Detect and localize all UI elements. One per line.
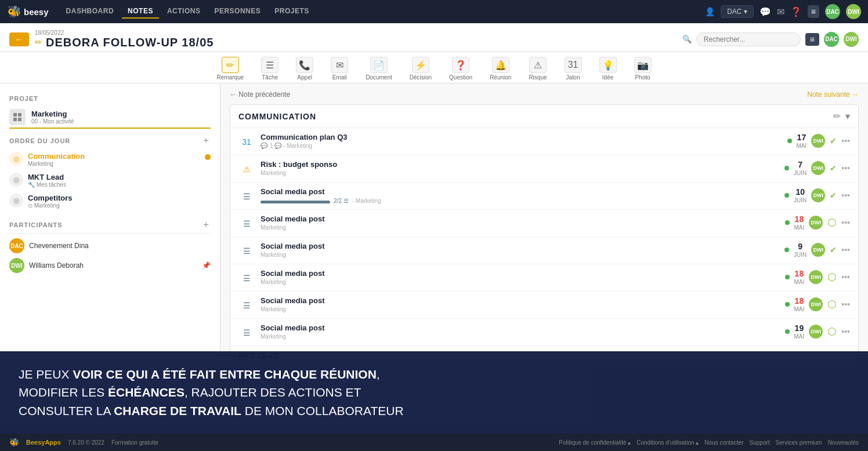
edit-section-icon[interactable]: ✏ — [833, 111, 841, 122]
date-month-0: MAI — [797, 143, 807, 150]
agenda-add-button[interactable]: ＋ — [201, 134, 211, 147]
tool-decision[interactable]: ⚡ Décision — [410, 57, 432, 81]
hex-icon-3[interactable]: ⬡ — [827, 216, 837, 229]
tool-appel[interactable]: 📞 Appel — [296, 57, 313, 81]
page-title: DEBORA FOLLOW-UP 18/05 — [46, 36, 214, 49]
more-icon-0[interactable]: ••• — [841, 136, 850, 146]
tool-risque[interactable]: ⚠ Risque — [529, 57, 547, 81]
agenda-name-communication: Communication — [28, 152, 200, 161]
hex-icon-5[interactable]: ⬡ — [827, 271, 837, 283]
more-icon-4[interactable]: ••• — [841, 245, 850, 254]
tool-photo[interactable]: 📷 Photo — [634, 57, 652, 81]
more-icon-1[interactable]: ••• — [841, 163, 850, 173]
item-meta-5: Marketing — [261, 279, 779, 285]
date-month-3: MAI — [794, 224, 805, 231]
check-icon-2[interactable]: ✔ — [830, 191, 837, 200]
item-title-4: Social media post — [261, 242, 779, 250]
remarque-icon: ✏ — [222, 57, 239, 73]
participant-dac: DAC Chevenement Dina — [9, 236, 211, 256]
note-item-5: ☰ Social media post Marketing 18 MAI DWI… — [230, 264, 858, 292]
date-month-1: JUIN — [794, 170, 806, 177]
more-icon-7[interactable]: ••• — [841, 327, 850, 336]
check-icon-4[interactable]: ✔ — [830, 245, 837, 254]
agenda-item-mkt-lead[interactable]: ◎ MKT Lead 🔧 Mes tâches — [9, 170, 211, 191]
reunion-label: Réunion — [490, 74, 511, 81]
prev-note-link[interactable]: ← Note précédente — [230, 90, 290, 99]
more-icon-6[interactable]: ••• — [841, 300, 850, 309]
participant-name-dwi: Williams Deborah — [29, 261, 84, 270]
tool-idee[interactable]: 💡 Idée — [599, 57, 617, 81]
project-item[interactable]: Marketing 00 - Mon activité — [9, 107, 211, 129]
list-view-icon[interactable]: ≡ — [808, 5, 819, 18]
edit-icon[interactable]: ✏ — [35, 37, 42, 48]
note-item-0: 31 Communication plan Q3 💬 1 💬 - Marketi… — [230, 128, 858, 155]
nav-notes[interactable]: NOTES — [122, 5, 159, 19]
next-note-link[interactable]: Note suivante → — [807, 90, 859, 99]
chat-icon[interactable]: 💬 — [760, 6, 771, 17]
risque-icon: ⚠ — [529, 57, 547, 73]
item-actions-1: 7 JUIN DWI ✔ ••• — [784, 160, 850, 177]
tool-tache[interactable]: ☰ Tâche — [261, 57, 279, 81]
tool-remarque[interactable]: ✏ Remarque — [216, 57, 244, 81]
item-meta-text-3: Marketing — [261, 224, 286, 231]
search-input[interactable] — [696, 32, 801, 46]
mail-icon[interactable]: ✉ — [777, 6, 784, 17]
item-meta-7: Marketing — [261, 333, 779, 340]
nav-projets[interactable]: PROJETS — [269, 5, 315, 19]
svg-rect-2 — [13, 118, 17, 121]
avatar-dwi-sidebar: DWI — [9, 258, 24, 273]
date-month-6: MAI — [794, 306, 805, 313]
communication-section-header: COMMUNICATION ✏ ▾ — [230, 105, 858, 128]
item-actions-6: 18 MAI DWI ⬡ ••• — [785, 296, 851, 313]
check-icon-0[interactable]: ✔ — [830, 136, 837, 146]
page-header: ← 18/05/2022 ✏ DEBORA FOLLOW-UP 18/05 🔍 … — [0, 23, 868, 52]
hex-icon-6[interactable]: ⬡ — [827, 298, 837, 311]
nav-personnes[interactable]: PERSONNES — [208, 5, 266, 19]
tool-document[interactable]: 📄 Document — [366, 57, 392, 81]
avatar-item-6: DWI — [809, 297, 823, 311]
agenda-sub-communication: Marketing — [28, 161, 200, 167]
hex-icon-7[interactable]: ⬡ — [827, 325, 837, 338]
green-dot-0 — [787, 139, 792, 143]
tache-icon: ☰ — [261, 57, 279, 73]
item-actions-5: 18 MAI DWI ⬡ ••• — [785, 269, 851, 286]
appel-icon: 📞 — [296, 57, 313, 73]
agenda-item-communication[interactable]: ◎ Communication Marketing — [9, 149, 211, 170]
participants-add-button[interactable]: ＋ — [201, 219, 211, 231]
item-title-2: Social media post — [261, 187, 779, 196]
tool-reunion[interactable]: 🔔 Réunion — [490, 57, 511, 81]
agenda-item-competitors[interactable]: ◎ Competitors ⊙ Marketing — [9, 191, 211, 212]
collapse-section-icon[interactable]: ▾ — [845, 111, 850, 122]
more-icon-2[interactable]: ••• — [841, 191, 850, 200]
user-button[interactable]: DAC ▾ — [721, 5, 754, 18]
help-icon[interactable]: ❓ — [790, 6, 802, 17]
overlay-text: JE PEUX VOIR CE QUI A ÉTÉ FAIT ENTRE CHA… — [19, 365, 849, 420]
more-icon-3[interactable]: ••• — [841, 218, 850, 227]
list-btn[interactable]: ≡ — [805, 33, 819, 46]
check-icon-1[interactable]: ✔ — [830, 163, 837, 173]
item-title-0: Communication plan Q3 — [261, 133, 782, 141]
date-day-3: 18 — [794, 214, 805, 224]
logo[interactable]: 🐝 beesy — [7, 5, 49, 19]
avatar-item-5: DWI — [809, 270, 823, 284]
comment-icon-0: 💬 — [261, 143, 267, 149]
green-dot-6 — [785, 302, 790, 307]
nav-actions[interactable]: ACTIONS — [161, 5, 207, 19]
item-meta-6: Marketing — [261, 306, 779, 312]
nav-dashboard[interactable]: DASHBOARD — [60, 5, 120, 19]
tool-jalon[interactable]: 31 Jalon — [565, 57, 582, 81]
bottom-overlay: JE PEUX VOIR CE QUI A ÉTÉ FAIT ENTRE CHA… — [0, 351, 868, 425]
more-icon-5[interactable]: ••• — [841, 272, 850, 282]
avatar-item-0: DWI — [811, 134, 825, 148]
date-badge-1: 7 JUIN — [794, 160, 806, 177]
item-actions-2: 10 JUIN DWI ✔ ••• — [784, 187, 850, 204]
agenda-name-competitors: Competitors — [28, 194, 211, 202]
item-meta-text-0: 1 💬 - Marketing — [270, 143, 312, 149]
decision-icon: ⚡ — [412, 57, 429, 73]
tool-question[interactable]: ❓ Question — [449, 57, 472, 81]
green-dot-2 — [784, 193, 789, 198]
back-button[interactable]: ← — [9, 32, 29, 46]
tool-email[interactable]: ✉ Email — [331, 57, 348, 81]
item-meta-text-2: - Marketing — [352, 198, 381, 204]
date-month-2: JUIN — [794, 197, 806, 204]
